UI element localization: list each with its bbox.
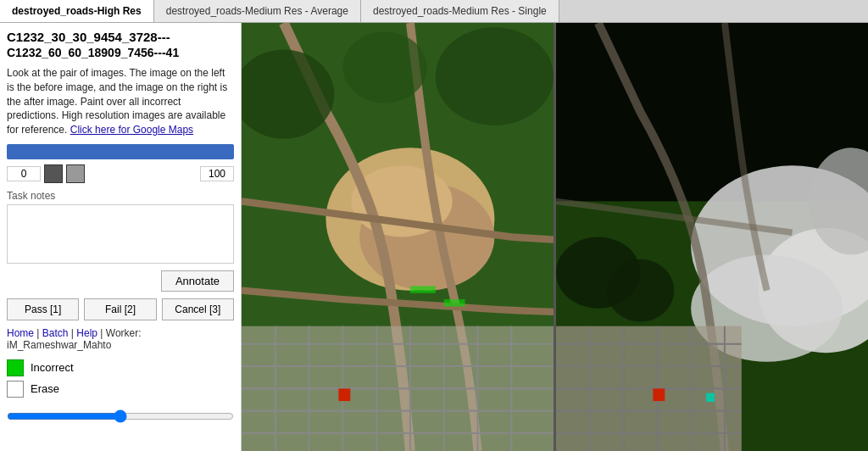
svg-point-27: [759, 228, 868, 353]
legend-color-incorrect[interactable]: [7, 359, 24, 376]
svg-rect-23: [444, 299, 465, 306]
svg-point-20: [436, 27, 554, 125]
before-satellite-image: [242, 23, 554, 451]
color-swatch-dark[interactable]: [44, 164, 63, 183]
svg-rect-4: [242, 326, 554, 451]
legend-item-incorrect: Incorrect: [7, 359, 234, 376]
legend: Incorrect Erase: [7, 359, 234, 398]
svg-point-44: [607, 259, 675, 322]
legend-color-erase[interactable]: [7, 381, 24, 398]
svg-point-28: [691, 255, 843, 362]
svg-rect-18: [338, 388, 350, 401]
tab-bar: destroyed_roads-High Res destroyed_roads…: [0, 0, 868, 23]
tab-medium-average[interactable]: destroyed_roads-Medium Res - Average: [154, 0, 361, 22]
pass-button[interactable]: Pass [1]: [7, 298, 79, 320]
svg-point-21: [342, 32, 426, 103]
tab-medium-single[interactable]: destroyed_roads-Medium Res - Single: [361, 0, 559, 22]
task-notes-textarea[interactable]: [7, 204, 234, 264]
svg-point-2: [359, 183, 494, 290]
after-image-panel[interactable]: [556, 23, 868, 451]
fail-button[interactable]: Fail [2]: [84, 298, 156, 320]
tab-high-res[interactable]: destroyed_roads-High Res: [0, 0, 154, 22]
task-notes-label: Task notes: [7, 190, 234, 202]
nav-home-link[interactable]: Home: [7, 327, 34, 339]
cancel-button[interactable]: Cancel [3]: [162, 298, 234, 320]
legend-item-erase: Erase: [7, 381, 234, 398]
svg-rect-22: [410, 286, 436, 292]
svg-point-29: [809, 148, 868, 254]
legend-label-erase: Erase: [31, 382, 59, 395]
main-content: C1232_30_30_9454_3728--- C1232_60_60_189…: [0, 23, 868, 451]
svg-rect-25: [556, 23, 868, 201]
brush-preview-bar: [7, 144, 234, 159]
svg-point-43: [556, 237, 640, 309]
nav-links: Home | Batch | Help | Worker: iM_Rameshw…: [7, 327, 234, 351]
svg-rect-24: [556, 23, 868, 451]
nav-batch-link[interactable]: Batch: [42, 327, 69, 339]
svg-point-1: [326, 148, 494, 290]
opacity-slider[interactable]: [7, 409, 234, 423]
svg-rect-41: [653, 388, 665, 401]
color-swatch-light[interactable]: [66, 164, 85, 183]
before-image-panel[interactable]: [242, 23, 554, 451]
google-maps-link[interactable]: Click here for Google Maps: [70, 124, 193, 136]
sidebar: C1232_30_30_9454_3728--- C1232_60_60_189…: [0, 23, 242, 451]
svg-rect-0: [242, 23, 554, 451]
task-id-1: C1232_30_30_9454_3728---: [7, 30, 234, 44]
svg-rect-30: [556, 326, 742, 451]
svg-rect-42: [706, 393, 715, 403]
after-satellite-image: [556, 23, 868, 451]
slider-row: [7, 409, 234, 423]
image-area: [242, 23, 868, 451]
brush-size-value[interactable]: [200, 166, 234, 181]
before-road-overlay: [242, 23, 554, 451]
annotate-btn-row: Annotate: [7, 270, 234, 292]
after-road-overlay: [556, 23, 868, 451]
brush-min-input[interactable]: [7, 166, 41, 181]
svg-point-26: [691, 165, 868, 326]
task-id-2: C1232_60_60_18909_7456---41: [7, 46, 234, 59]
svg-point-19: [242, 50, 334, 139]
svg-point-3: [351, 165, 452, 237]
legend-label-incorrect: Incorrect: [31, 361, 74, 374]
action-buttons: Pass [1] Fail [2] Cancel [3]: [7, 298, 234, 320]
instructions-text: Look at the pair of images. The image on…: [7, 66, 234, 137]
brush-controls: [7, 164, 234, 183]
nav-help-link[interactable]: Help: [76, 327, 97, 339]
annotate-button[interactable]: Annotate: [161, 270, 234, 292]
